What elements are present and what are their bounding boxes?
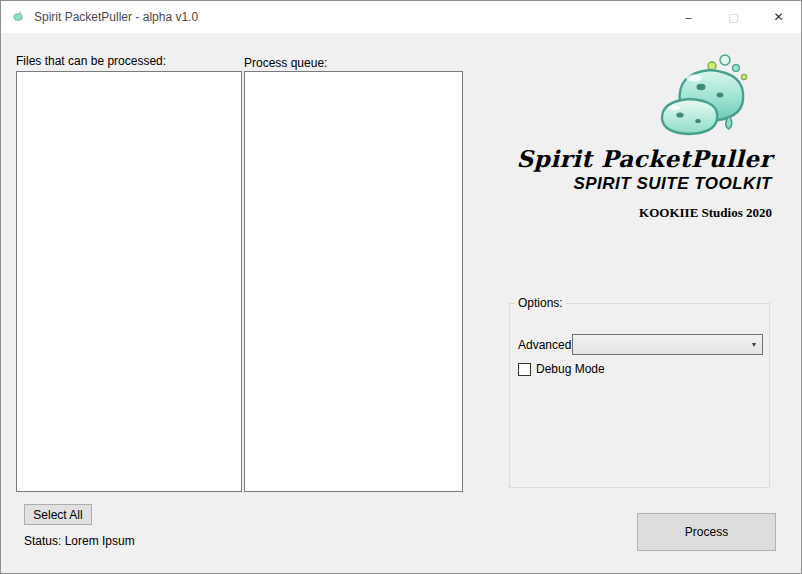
debug-mode-label: Debug Mode bbox=[536, 362, 605, 376]
caption-buttons: – ▢ ✕ bbox=[666, 1, 801, 33]
options-group: Options: Advanced: ▼ Debug Mode bbox=[509, 296, 770, 488]
select-all-button[interactable]: Select All bbox=[24, 504, 92, 525]
options-group-label: Options: bbox=[515, 296, 566, 310]
brand-subtitle: SPIRIT SUITE TOOLKIT bbox=[573, 174, 772, 194]
process-queue-listbox[interactable] bbox=[244, 71, 463, 492]
chevron-down-icon: ▼ bbox=[746, 341, 762, 348]
brand-title: Spirit PacketPuller bbox=[517, 145, 772, 172]
debug-mode-checkbox[interactable] bbox=[518, 363, 531, 376]
maximize-button[interactable]: ▢ bbox=[711, 1, 756, 33]
close-button[interactable]: ✕ bbox=[756, 1, 801, 33]
process-queue-label: Process queue: bbox=[244, 56, 327, 70]
window-title: Spirit PacketPuller - alpha v1.0 bbox=[34, 10, 198, 24]
minimize-button[interactable]: – bbox=[666, 1, 711, 33]
slime-logo bbox=[646, 53, 766, 143]
app-icon bbox=[10, 9, 26, 25]
status-text: Status: Lorem Ipsum bbox=[24, 534, 135, 548]
brand-credit: KOOKIIE Studios 2020 bbox=[639, 205, 772, 221]
process-button[interactable]: Process bbox=[637, 513, 776, 551]
advanced-label: Advanced: bbox=[518, 338, 575, 352]
titlebar: Spirit PacketPuller - alpha v1.0 – ▢ ✕ bbox=[1, 1, 801, 33]
app-body: Files that can be processed: Process que… bbox=[1, 33, 801, 573]
advanced-dropdown[interactable]: ▼ bbox=[572, 334, 763, 355]
app-window: Spirit PacketPuller - alpha v1.0 – ▢ ✕ F… bbox=[0, 0, 802, 574]
files-listbox[interactable] bbox=[16, 71, 242, 492]
debug-mode-option[interactable]: Debug Mode bbox=[518, 362, 605, 376]
files-list-label: Files that can be processed: bbox=[16, 54, 166, 68]
